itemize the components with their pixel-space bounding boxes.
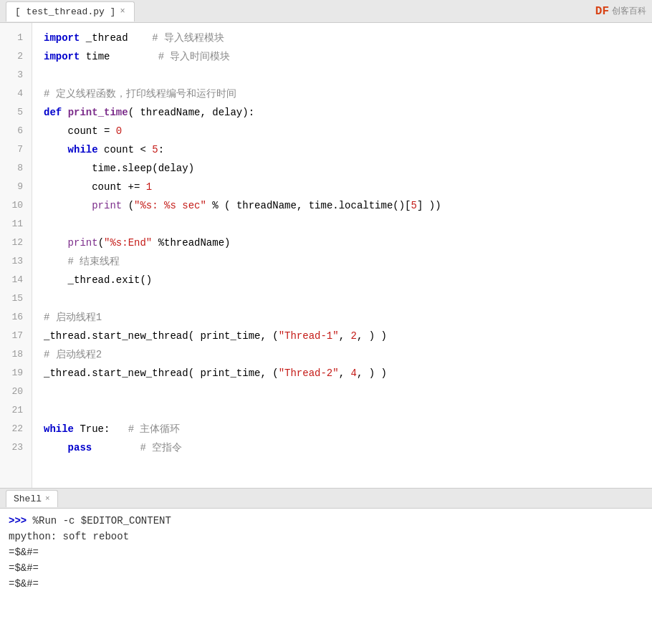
shell-prompt-line: >>> %Run -c $EDITOR_CONTENT [9,513,643,529]
code-line [44,66,652,85]
line-number: 1 [6,29,23,47]
shell-bar: Shell × [0,489,652,509]
shell-output-line: =$&#= [9,560,643,576]
code-line [44,401,652,420]
line-number: 23 [6,438,23,457]
shell-output-line: mpython: soft reboot [9,529,643,544]
line-number: 14 [6,271,23,289]
shell-tab[interactable]: Shell × [6,490,58,507]
line-number: 20 [6,383,23,401]
code-line: count = 0 [44,122,652,140]
line-number: 9 [6,178,23,196]
line-number: 21 [6,401,23,420]
line-number: 8 [6,159,23,178]
logo-df: DF [595,5,609,18]
code-line: def print_time( threadName, delay): [44,103,652,122]
code-line [44,383,652,401]
line-number: 18 [6,345,23,364]
code-line: print("%s:End" %threadName) [44,234,652,252]
line-number: 22 [6,420,23,438]
code-line: _thread.start_new_thread( print_time, ("… [44,364,652,383]
code-line: while True: # 主体循环 [44,420,652,438]
code-line: pass # 空指令 [44,438,652,457]
line-number: 3 [6,66,23,85]
tab-close-button[interactable]: × [120,7,125,16]
shell-output: mpython: soft reboot=$&#==$&#==$&#= [9,529,643,592]
shell-tab-label: Shell [14,494,42,504]
shell-content[interactable]: >>> %Run -c $EDITOR_CONTENT mpython: sof… [0,509,652,644]
code-line: # 启动线程2 [44,345,652,364]
shell-output-line: =$&#= [9,576,643,592]
line-numbers: 1234567891011121314151617181920212223 [0,23,32,488]
line-number: 13 [6,252,23,271]
code-line: import _thread # 导入线程模块 [44,29,652,47]
line-number: 17 [6,327,23,345]
code-line [44,215,652,234]
shell-prompt: >>> [9,515,27,527]
line-number: 7 [6,140,23,159]
shell-tab-close-button[interactable]: × [45,494,50,503]
editor-tab[interactable]: [ test_thread.py ] × [6,1,135,21]
line-number: 16 [6,308,23,327]
code-line: print ("%s: %s sec" % ( threadName, time… [44,196,652,215]
line-number: 19 [6,364,23,383]
line-number: 12 [6,234,23,252]
code-line: import time # 导入时间模块 [44,47,652,66]
code-line: _thread.exit() [44,271,652,289]
shell-command: %Run -c $EDITOR_CONTENT [27,515,171,527]
logo-area: DF 创客百科 [595,5,646,18]
code-line: while count < 5: [44,140,652,159]
line-number: 15 [6,289,23,308]
shell-output-line: =$&#= [9,544,643,560]
code-line: count += 1 [44,178,652,196]
code-line: # 结束线程 [44,252,652,271]
code-line: time.sleep(delay) [44,159,652,178]
code-content[interactable]: import _thread # 导入线程模块import time # 导入时… [32,23,652,488]
line-number: 11 [6,215,23,234]
editor-area: 1234567891011121314151617181920212223 im… [0,23,652,489]
line-number: 4 [6,85,23,103]
tab-label: [ test_thread.py ] [15,6,115,17]
line-number: 5 [6,103,23,122]
line-number: 10 [6,196,23,215]
line-number: 2 [6,47,23,66]
code-line: # 启动线程1 [44,308,652,327]
code-line: _thread.start_new_thread( print_time, ("… [44,327,652,345]
code-line: # 定义线程函数，打印线程编号和运行时间 [44,85,652,103]
code-line [44,289,652,308]
logo-text: 创客百科 [612,5,646,17]
code-container: 1234567891011121314151617181920212223 im… [0,23,652,488]
title-bar: [ test_thread.py ] × DF 创客百科 [0,0,652,23]
line-number: 6 [6,122,23,140]
